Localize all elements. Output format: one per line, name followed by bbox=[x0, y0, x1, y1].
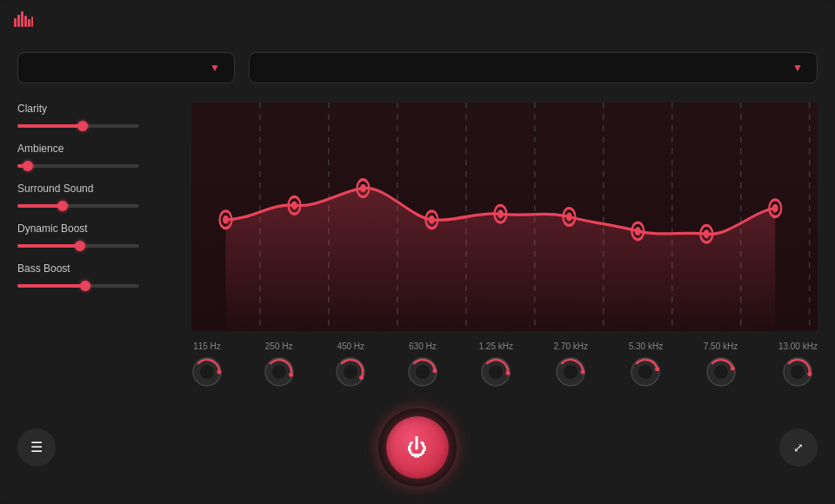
slider-wrapper-bass_boost bbox=[17, 280, 139, 292]
svg-point-40 bbox=[359, 375, 364, 380]
knob-7[interactable] bbox=[705, 356, 737, 388]
eq-band-label-5: 2.70 kHz bbox=[554, 342, 588, 351]
slider-fill-bass_boost bbox=[17, 284, 85, 288]
eq-band-label-1: 250 Hz bbox=[265, 342, 293, 351]
slider-thumb-dynamic_boost[interactable] bbox=[75, 241, 85, 251]
eq-band-label-3: 630 Hz bbox=[409, 342, 437, 351]
eq-band-label-2: 450 Hz bbox=[337, 342, 364, 351]
power-button[interactable]: ⏻ bbox=[386, 416, 449, 479]
eq-band-label-7: 7.50 kHz bbox=[704, 342, 738, 351]
slider-bg-ambience bbox=[17, 164, 139, 168]
power-icon: ⏻ bbox=[407, 435, 428, 460]
effect-row-clarity: Clarity bbox=[17, 103, 191, 132]
power-button-outer[interactable]: ⏻ bbox=[378, 408, 457, 487]
slider-thumb-ambience[interactable] bbox=[23, 161, 33, 171]
preset-dropdown-arrow: ▼ bbox=[210, 62, 220, 74]
svg-point-26 bbox=[566, 213, 572, 222]
eq-graph bbox=[191, 103, 818, 331]
svg-point-38 bbox=[272, 365, 286, 379]
main-content: ClarityAmbienceSurround SoundDynamic Boo… bbox=[0, 94, 835, 400]
svg-point-44 bbox=[416, 365, 430, 379]
eq-area: 115 Hz250 Hz450 Hz630 Hz1.25 kHz2.70 kHz… bbox=[191, 94, 818, 391]
title-bar-left bbox=[14, 11, 40, 31]
expand-icon: ⤢ bbox=[793, 441, 804, 454]
eq-band-1: 250 Hz bbox=[264, 342, 295, 388]
svg-point-50 bbox=[564, 365, 578, 379]
knob-4[interactable] bbox=[480, 356, 511, 388]
svg-point-55 bbox=[730, 367, 734, 371]
effect-label-surround_sound: Surround Sound bbox=[17, 182, 191, 195]
effect-row-bass_boost: Bass Boost bbox=[17, 262, 191, 292]
svg-point-37 bbox=[289, 373, 293, 377]
eq-band-0: 115 Hz bbox=[191, 342, 223, 388]
effect-label-ambience: Ambience bbox=[17, 143, 191, 155]
expand-button[interactable]: ⤢ bbox=[779, 428, 818, 467]
slider-fill-dynamic_boost bbox=[17, 244, 80, 248]
svg-point-20 bbox=[360, 184, 366, 193]
svg-point-56 bbox=[714, 365, 728, 379]
effect-label-clarity: Clarity bbox=[17, 103, 191, 115]
eq-band-8: 13.00 kHz bbox=[778, 342, 818, 388]
menu-button[interactable]: ☰ bbox=[17, 428, 56, 467]
top-controls: ▼ ▼ bbox=[0, 42, 835, 94]
knob-0[interactable] bbox=[191, 356, 223, 388]
svg-point-35 bbox=[200, 365, 214, 379]
left-panel: ClarityAmbienceSurround SoundDynamic Boo… bbox=[17, 94, 191, 391]
bottom-bar: ☰ ⏻ ⤢ bbox=[0, 400, 835, 504]
logo-icon bbox=[14, 11, 33, 31]
slider-thumb-clarity[interactable] bbox=[77, 121, 88, 131]
svg-point-30 bbox=[704, 229, 710, 238]
effect-label-bass_boost: Bass Boost bbox=[17, 262, 191, 275]
effect-row-surround_sound: Surround Sound bbox=[17, 182, 191, 212]
svg-point-32 bbox=[772, 204, 778, 213]
knob-3[interactable] bbox=[407, 356, 438, 388]
slider-wrapper-dynamic_boost bbox=[17, 240, 139, 252]
eq-band-label-4: 1.25 kHz bbox=[479, 342, 513, 351]
eq-band-6: 5.30 kHz bbox=[629, 342, 663, 388]
svg-point-53 bbox=[638, 365, 652, 379]
eq-band-label-8: 13.00 kHz bbox=[778, 342, 818, 351]
close-button[interactable] bbox=[797, 9, 821, 33]
knob-1[interactable] bbox=[264, 356, 295, 388]
menu-icon: ☰ bbox=[30, 441, 43, 454]
svg-rect-5 bbox=[31, 17, 33, 27]
device-dropdown-arrow: ▼ bbox=[792, 62, 803, 74]
svg-point-34 bbox=[217, 370, 222, 375]
svg-point-52 bbox=[656, 367, 660, 371]
svg-point-47 bbox=[489, 365, 503, 379]
svg-rect-0 bbox=[14, 18, 17, 27]
svg-point-28 bbox=[635, 227, 641, 235]
svg-point-49 bbox=[581, 370, 585, 375]
svg-rect-4 bbox=[28, 19, 30, 27]
svg-rect-1 bbox=[17, 15, 20, 27]
svg-point-24 bbox=[498, 209, 504, 218]
eq-band-2: 450 Hz bbox=[335, 342, 366, 388]
knob-6[interactable] bbox=[630, 356, 661, 388]
knob-8[interactable] bbox=[782, 356, 813, 388]
app-window: ▼ ▼ ClarityAmbienceSurround SoundDynamic… bbox=[0, 0, 835, 504]
eq-band-labels: 115 Hz250 Hz450 Hz630 Hz1.25 kHz2.70 kHz… bbox=[191, 338, 818, 391]
eq-band-5: 2.70 kHz bbox=[554, 342, 588, 388]
effect-row-dynamic_boost: Dynamic Boost bbox=[17, 222, 191, 252]
effect-label-dynamic_boost: Dynamic Boost bbox=[17, 222, 191, 235]
svg-point-18 bbox=[291, 201, 297, 209]
slider-thumb-surround_sound[interactable] bbox=[57, 201, 68, 211]
slider-wrapper-surround_sound bbox=[17, 200, 139, 212]
eq-band-label-0: 115 Hz bbox=[193, 342, 221, 351]
knob-5[interactable] bbox=[555, 356, 586, 388]
device-dropdown[interactable]: ▼ bbox=[249, 52, 818, 83]
slider-wrapper-ambience bbox=[17, 160, 139, 172]
slider-wrapper-clarity bbox=[17, 120, 139, 132]
svg-rect-2 bbox=[21, 11, 23, 27]
knob-2[interactable] bbox=[335, 356, 366, 388]
eq-band-label-6: 5.30 kHz bbox=[629, 342, 663, 351]
eq-band-7: 7.50 kHz bbox=[704, 342, 738, 388]
eq-band-4: 1.25 kHz bbox=[479, 342, 513, 388]
svg-point-22 bbox=[429, 216, 435, 224]
effect-row-ambience: Ambience bbox=[17, 143, 191, 172]
title-bar bbox=[0, 0, 835, 42]
slider-thumb-bass_boost[interactable] bbox=[80, 281, 90, 291]
eq-band-3: 630 Hz bbox=[407, 342, 438, 388]
preset-dropdown[interactable]: ▼ bbox=[17, 52, 235, 83]
svg-point-46 bbox=[506, 371, 511, 375]
